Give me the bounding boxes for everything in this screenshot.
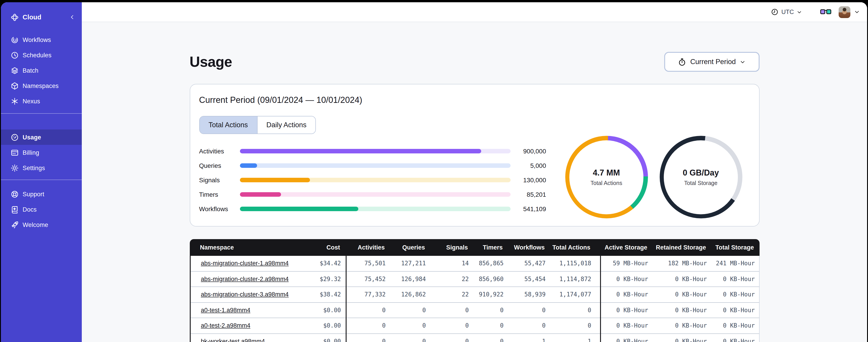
batch-icon [10,66,19,75]
sidebar-item-settings[interactable]: Settings [1,160,82,175]
column-header-total-actions: Total Actions [545,244,590,251]
bar-track [240,163,510,168]
value-cell: 0 KB-Hour [707,322,755,329]
sidebar-item-docs[interactable]: Docs [1,202,82,217]
value-cell: $0.00 [285,307,341,314]
bar-row-workflows: Workflows541,109 [199,207,555,211]
bar-track [240,178,510,182]
value-cell: $38.42 [285,291,341,298]
value-cell: $0.00 [285,338,341,342]
sidebar-item-namespaces[interactable]: Namespaces [1,78,82,93]
value-cell: 241 MB-Hour [707,260,755,267]
chevron-left-icon[interactable] [69,14,75,20]
sidebar-item-support[interactable]: Support [1,186,82,202]
period-select-button[interactable]: Current Period [664,52,759,72]
bar-track [240,207,510,211]
namespace-link[interactable]: abs-migration-cluster-2.a98mm4 [201,276,289,282]
page-title: Usage [190,54,232,70]
value-cell: 0 KB-Hour [648,276,707,282]
usage-bar-chart: Activities900,000Queries5,000Signals130,… [199,149,555,211]
avatar [839,6,850,18]
bar-label: Activities [199,147,240,155]
settings-icon [10,164,19,172]
sidebar-divider [1,113,82,114]
total-actions-sublabel: Total Actions [591,180,622,186]
app-window: Cloud WorkflowsSchedulesBatchNamespacesN… [1,2,867,342]
value-cell: 1,115,018 [546,260,591,267]
timezone-selector[interactable]: UTC [770,6,803,18]
namespace-link[interactable]: a0-test-1.a98mm4 [201,307,250,314]
sidebar-item-welcome[interactable]: Welcome [1,217,82,232]
bar-label: Timers [199,191,240,198]
value-cell: 1,114,872 [546,276,591,282]
topbar: UTC [82,2,867,22]
tab-total-actions[interactable]: Total Actions [199,116,257,134]
value-cell: 77,332 [341,291,386,298]
value-cell: 0 KB-Hour [707,291,755,298]
value-cell: 58,939 [504,291,546,298]
value-cell: 126,984 [386,276,426,282]
namespace-link[interactable]: abs-migration-cluster-1.a98mm4 [201,260,289,267]
chevron-down-icon [797,9,802,15]
value-cell: 0 [504,307,546,314]
sidebar-item-label: Schedules [23,52,52,59]
total-actions-donut: 4.7 MM Total Actions [565,136,648,218]
sidebar-item-label: Docs [23,206,37,213]
tab-daily-actions[interactable]: Daily Actions [257,116,315,134]
value-cell: 0 KB-Hour [648,338,707,342]
sidebar-group: SupportDocsWelcome [1,186,82,232]
namespace-link[interactable]: bk-worker-test.a98mm4 [201,338,265,342]
sidebar-item-schedules[interactable]: Schedules [1,47,82,63]
value-cell: $29.32 [285,276,341,282]
bar-fill [240,163,257,168]
value-cell: 0 [469,338,504,342]
sidebar: Cloud WorkflowsSchedulesBatchNamespacesN… [1,2,82,342]
bar-track [240,149,510,153]
sidebar-item-batch[interactable]: Batch [1,63,82,78]
sidebar-item-label: Support [23,191,44,197]
sidebar-item-label: Billing [23,149,39,156]
namespace-cell: bk-worker-test.a98mm4 [190,338,285,342]
namespaces-icon [10,81,19,90]
chevron-down-icon [854,9,860,15]
billing-icon [10,148,19,157]
namespace-link[interactable]: abs-migration-cluster-3.a98mm4 [201,291,289,298]
table-row: abs-migration-cluster-3.a98mm4$38.4277,3… [190,287,759,303]
column-divider [345,256,346,342]
total-storage-value: 0 GB/Day [683,168,719,177]
glasses-icon[interactable] [820,8,831,16]
bar-fill [240,192,281,197]
table-row: abs-migration-cluster-1.a98mm4$34.4275,5… [190,256,759,271]
sidebar-item-billing[interactable]: Billing [1,145,82,160]
sidebar-item-workflows[interactable]: Workflows [1,32,82,47]
value-cell: 0 KB-Hour [648,307,707,314]
bar-fill [240,207,358,211]
sidebar-item-usage[interactable]: Usage [1,130,82,145]
column-header-retained-storage: Retained Storage [647,244,706,251]
bar-value: 541,109 [518,205,546,212]
bar-label: Signals [199,176,240,184]
bar-track [240,192,510,197]
screen: Cloud WorkflowsSchedulesBatchNamespacesN… [0,0,868,342]
temporal-logo-icon [10,13,19,22]
sidebar-item-label: Welcome [23,221,48,228]
value-cell: 0 [546,307,591,314]
sidebar-item-nexus[interactable]: Nexus [1,93,82,109]
account-menu[interactable] [836,6,860,18]
sidebar-group: WorkflowsSchedulesBatchNamespacesNexus [1,32,82,109]
total-storage-donut: 0 GB/Day Total Storage [659,136,742,218]
sidebar-item-label: Nexus [23,98,40,104]
column-header-timers: Timers [468,244,503,251]
sidebar-item-label: Batch [23,67,38,74]
table-row: a0-test-1.a98mm4$0.000000000 KB-Hour0 KB… [190,303,759,318]
column-divider [600,256,601,342]
value-cell: 0 [426,307,469,314]
timezone-label: UTC [781,8,794,15]
actions-tab-group: Total Actions Daily Actions [199,116,316,134]
nexus-icon [10,97,19,105]
schedules-icon [10,51,19,59]
namespace-usage-table: NamespaceCostActivitiesQueriesSignalsTim… [190,239,759,342]
column-header-signals: Signals [425,244,468,251]
namespace-link[interactable]: a0-test-2.a98mm4 [201,322,250,329]
sidebar-header-cloud[interactable]: Cloud [1,9,82,25]
